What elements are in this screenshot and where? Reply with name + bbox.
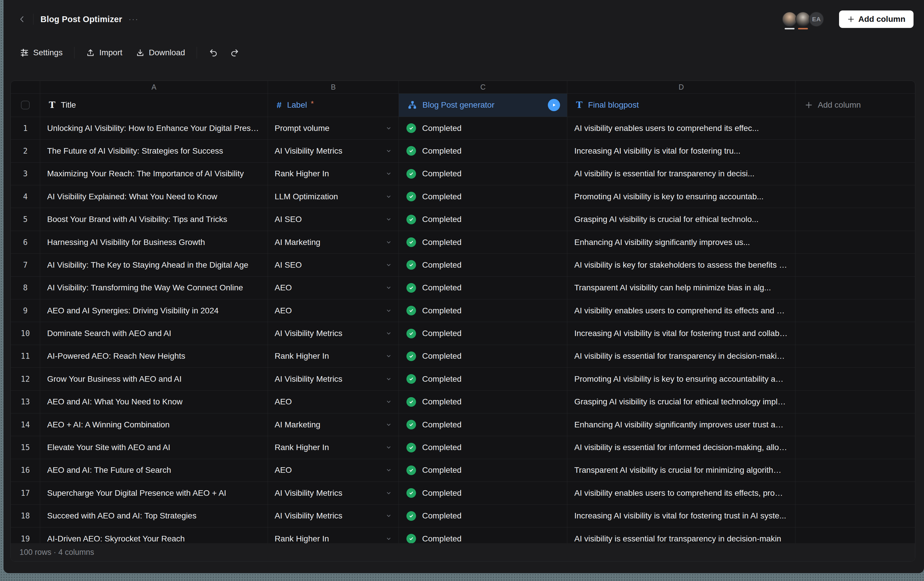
cell-status[interactable]: Completed <box>399 117 567 139</box>
cell-status[interactable]: Completed <box>399 391 567 413</box>
cell-label[interactable]: Rank Higher In <box>268 436 399 459</box>
cell-label[interactable]: Rank Higher In <box>268 528 399 543</box>
row-number[interactable]: 10 <box>11 322 40 345</box>
column-header-label[interactable]: # Label * <box>268 94 399 117</box>
cell-final-blogpost[interactable]: Promoting AI visibility is key to ensuri… <box>567 368 795 390</box>
cell-label[interactable]: AEO <box>268 459 399 482</box>
cell-status[interactable]: Completed <box>399 277 567 299</box>
cell-final-blogpost[interactable]: Enhancing AI visibility significantly im… <box>567 231 795 253</box>
row-number[interactable]: 9 <box>11 299 40 322</box>
import-button[interactable]: Import <box>82 45 126 60</box>
cell-title[interactable]: Grow Your Business with AEO and AI <box>40 368 268 390</box>
select-all-checkbox[interactable] <box>21 101 30 109</box>
cell-final-blogpost[interactable]: Grasping AI visibility is crucial for et… <box>567 391 795 413</box>
row-number[interactable]: 5 <box>11 208 40 230</box>
cell-final-blogpost[interactable]: AI visibility is essential for informed … <box>567 436 795 459</box>
cell-title[interactable]: AEO and AI Synergies: Driving Visibility… <box>40 299 268 322</box>
column-header-final-blogpost[interactable]: T Final blogpost <box>567 94 795 117</box>
cell-label[interactable]: AI Visibility Metrics <box>268 140 399 162</box>
cell-title[interactable]: Harnessing AI Visibility for Business Gr… <box>40 231 268 253</box>
cell-status[interactable]: Completed <box>399 299 567 322</box>
cell-label[interactable]: LLM Optimization <box>268 185 399 208</box>
column-letter-c[interactable]: C <box>399 81 567 93</box>
cell-title[interactable]: AI Visibility: The Key to Staying Ahead … <box>40 254 268 276</box>
cell-final-blogpost[interactable]: AI visibility is essential for transpare… <box>567 163 795 185</box>
cell-label[interactable]: AI Marketing <box>268 231 399 253</box>
cell-title[interactable]: Succeed with AEO and AI: Top Strategies <box>40 505 268 527</box>
cell-final-blogpost[interactable]: Increasing AI visibility is vital for fo… <box>567 140 795 162</box>
cell-title[interactable]: The Future of AI Visibility: Strategies … <box>40 140 268 162</box>
cell-title[interactable]: AEO and AI: What You Need to Know <box>40 391 268 413</box>
row-number[interactable]: 8 <box>11 277 40 299</box>
row-number[interactable]: 15 <box>11 436 40 459</box>
cell-status[interactable]: Completed <box>399 368 567 390</box>
cell-title[interactable]: Elevate Your Site with AEO and AI <box>40 436 268 459</box>
column-header-blog-post-generator[interactable]: Blog Post generator <box>399 94 567 117</box>
cell-label[interactable]: AI Visibility Metrics <box>268 368 399 390</box>
cell-status[interactable]: Completed <box>399 163 567 185</box>
cell-title[interactable]: Maximizing Your Reach: The Importance of… <box>40 163 268 185</box>
cell-final-blogpost[interactable]: AI visibility is essential for transpare… <box>567 528 795 543</box>
cell-final-blogpost[interactable]: AI visibility is key for stakeholders to… <box>567 254 795 276</box>
avatar[interactable] <box>782 12 797 27</box>
cell-title[interactable]: Unlocking AI Visibility: How to Enhance … <box>40 117 268 139</box>
cell-final-blogpost[interactable]: Transparent AI visibility is crucial for… <box>567 459 795 482</box>
more-menu-button[interactable]: ··· <box>129 15 139 24</box>
cell-final-blogpost[interactable]: AI visibility enables users to comprehen… <box>567 482 795 504</box>
row-number[interactable]: 19 <box>11 528 40 543</box>
cell-final-blogpost[interactable]: Enhancing AI visibility significantly im… <box>567 413 795 436</box>
row-number[interactable]: 1 <box>11 117 40 139</box>
cell-title[interactable]: AI-Driven AEO: Skyrocket Your Reach <box>40 528 268 543</box>
add-column-button[interactable]: Add column <box>839 10 914 28</box>
cell-status[interactable]: Completed <box>399 459 567 482</box>
cell-status[interactable]: Completed <box>399 140 567 162</box>
cell-title[interactable]: Dominate Search with AEO and AI <box>40 322 268 345</box>
cell-title[interactable]: AEO and AI: The Future of Search <box>40 459 268 482</box>
redo-button[interactable] <box>226 45 243 60</box>
cell-status[interactable]: Completed <box>399 208 567 230</box>
cell-status[interactable]: Completed <box>399 345 567 368</box>
cell-status[interactable]: Completed <box>399 413 567 436</box>
cell-final-blogpost[interactable]: Increasing AI visibility is vital for fo… <box>567 322 795 345</box>
add-column-header[interactable]: Add column <box>795 94 915 117</box>
row-number[interactable]: 17 <box>11 482 40 504</box>
avatar[interactable] <box>795 12 810 27</box>
row-number[interactable]: 14 <box>11 413 40 436</box>
back-button[interactable] <box>16 13 28 26</box>
row-number[interactable]: 18 <box>11 505 40 527</box>
row-number[interactable]: 16 <box>11 459 40 482</box>
cell-status[interactable]: Completed <box>399 231 567 253</box>
cell-status[interactable]: Completed <box>399 254 567 276</box>
cell-title[interactable]: AI Visibility Explained: What You Need t… <box>40 185 268 208</box>
cell-label[interactable]: Prompt volume <box>268 117 399 139</box>
column-header-title[interactable]: T Title <box>40 94 268 117</box>
cell-final-blogpost[interactable]: AI visibility enables users to comprehen… <box>567 117 795 139</box>
cell-title[interactable]: AI-Powered AEO: Reach New Heights <box>40 345 268 368</box>
cell-final-blogpost[interactable]: Increasing AI visibility is vital for fo… <box>567 505 795 527</box>
cell-label[interactable]: Rank Higher In <box>268 163 399 185</box>
cell-label[interactable]: AI Visibility Metrics <box>268 322 399 345</box>
cell-label[interactable]: Rank Higher In <box>268 345 399 368</box>
cell-label[interactable]: AI SEO <box>268 254 399 276</box>
cell-final-blogpost[interactable]: Promoting AI visibility is key to ensuri… <box>567 185 795 208</box>
cell-label[interactable]: AI Visibility Metrics <box>268 482 399 504</box>
cell-label[interactable]: AEO <box>268 277 399 299</box>
row-number[interactable]: 3 <box>11 163 40 185</box>
row-number[interactable]: 2 <box>11 140 40 162</box>
cell-status[interactable]: Completed <box>399 436 567 459</box>
row-number[interactable]: 7 <box>11 254 40 276</box>
cell-title[interactable]: Boost Your Brand with AI Visibility: Tip… <box>40 208 268 230</box>
row-number[interactable]: 11 <box>11 345 40 368</box>
row-number[interactable]: 12 <box>11 368 40 390</box>
cell-label[interactable]: AEO <box>268 391 399 413</box>
column-letter-a[interactable]: A <box>40 81 268 93</box>
row-number[interactable]: 4 <box>11 185 40 208</box>
avatar[interactable]: EA <box>809 12 824 27</box>
cell-label[interactable]: AI SEO <box>268 208 399 230</box>
download-button[interactable]: Download <box>132 45 189 60</box>
cell-label[interactable]: AI Visibility Metrics <box>268 505 399 527</box>
cell-status[interactable]: Completed <box>399 528 567 543</box>
cell-final-blogpost[interactable]: AI visibility is essential for transpare… <box>567 345 795 368</box>
cell-title[interactable]: AI Visibility: Transforming the Way We C… <box>40 277 268 299</box>
cell-title[interactable]: AEO + AI: A Winning Combination <box>40 413 268 436</box>
